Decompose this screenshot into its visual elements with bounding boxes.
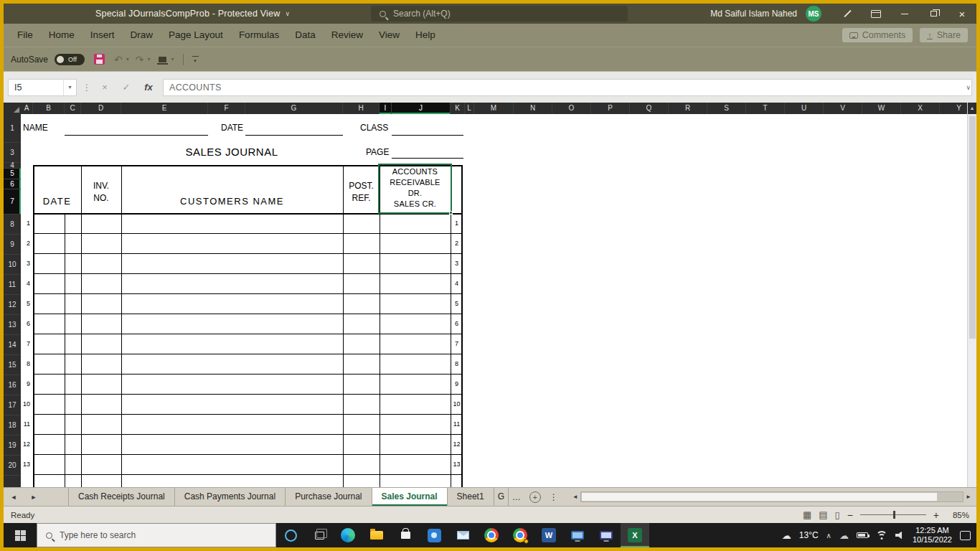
ink-pen-icon[interactable] [833,4,862,24]
ribbon-tab-insert[interactable]: Insert [83,24,123,47]
row-header-11[interactable]: 11 [4,275,21,295]
tab-overflow-indicator[interactable]: … [509,488,524,506]
row-header-17[interactable]: 17 [4,395,21,415]
column-header-X[interactable]: X [901,103,940,114]
row-header-5[interactable]: 5 [4,169,21,179]
column-header-G[interactable]: G [245,103,343,114]
column-header-Q[interactable]: Q [630,103,669,114]
close-button[interactable]: × [948,4,976,24]
enter-button[interactable]: ✓ [118,82,134,93]
comments-button[interactable]: Comments [842,28,913,42]
zoom-level[interactable]: 85% [946,511,969,519]
row-header-7[interactable]: 7 [4,189,21,215]
onedrive-cloud-icon[interactable]: ☁ [839,530,849,541]
insert-function-button[interactable]: fx [140,82,157,93]
row-header-4[interactable]: 4 [4,163,21,169]
row-header-15[interactable]: 15 [4,355,21,375]
row-header-10[interactable]: 10 [4,255,21,275]
column-header-N[interactable]: N [514,103,552,114]
network-icon[interactable] [876,531,887,540]
ribbon-tab-file[interactable]: File [9,24,41,47]
ribbon-tab-formulas[interactable]: Formulas [231,24,287,47]
share-button[interactable]: ↑ Share [920,28,968,42]
tab-more-icon[interactable]: ⋮ [546,488,562,506]
column-header-F[interactable]: F [208,103,245,114]
user-name[interactable]: Md Saiful Islam Nahed [710,9,797,19]
row-header-9[interactable]: 9 [4,235,21,255]
row-header-3[interactable]: 3 [4,143,21,163]
select-all-button[interactable] [4,103,21,114]
app-button-1[interactable] [420,523,448,547]
hidden-icons-chevron-icon[interactable]: ∧ [826,532,831,540]
sheet-tab-sales-journal[interactable]: Sales Journal [372,488,448,506]
file-explorer-button[interactable] [362,523,391,547]
ribbon-tab-view[interactable]: View [371,24,407,47]
column-header-I[interactable]: I [380,103,392,114]
ribbon-tab-page-layout[interactable]: Page Layout [161,24,231,47]
formula-input[interactable]: ACCOUNTS [163,79,972,96]
mail-button[interactable] [448,523,477,547]
row-header-19[interactable]: 19 [4,435,21,456]
task-view-button[interactable] [305,523,334,547]
titlebar-search-box[interactable]: Search (Alt+Q) [371,6,628,22]
column-header-S[interactable]: S [707,103,746,114]
ink-tool-dropdown-icon[interactable]: ▾ [171,56,174,62]
app-button-2[interactable] [563,523,592,547]
hscroll-thumb[interactable] [582,493,937,501]
hscroll-left-icon[interactable]: ◄ [570,494,580,500]
row-header-14[interactable]: 14 [4,335,21,355]
weather-cloud-icon[interactable]: ☁ [782,530,791,541]
column-header-M[interactable]: M [474,103,514,114]
tab-scroll-left-icon[interactable]: ◄ [4,488,24,506]
row-header-16[interactable]: 16 [4,375,21,395]
zoom-slider[interactable] [860,511,926,519]
row-header-1[interactable]: 1 [4,114,21,143]
ribbon-tab-data[interactable]: Data [287,24,324,47]
column-header-T[interactable]: T [746,103,785,114]
column-header-U[interactable]: U [785,103,824,114]
new-sheet-button[interactable]: + [529,491,541,503]
column-header-L[interactable]: L [465,103,474,114]
start-button[interactable] [4,523,37,547]
column-header-V[interactable]: V [824,103,862,114]
save-icon[interactable] [94,54,105,65]
browser-button-2[interactable] [506,523,534,547]
ribbon-tab-draw[interactable]: Draw [123,24,161,47]
name-box-dropdown-icon[interactable]: ▾ [63,80,76,95]
autosave-toggle[interactable]: Off [55,54,85,65]
ribbon-tab-home[interactable]: Home [41,24,83,47]
sheet-tab-g[interactable]: G [494,488,509,506]
weather-temperature[interactable]: 13°C [799,530,819,540]
sheet-tab-cash-receipts-journal[interactable]: Cash Receipts Journal [68,488,175,506]
customize-qat-icon[interactable]: ▾ [192,56,199,63]
vertical-scrollbar-thumb[interactable] [969,116,976,339]
horizontal-scrollbar[interactable]: ◄ ► [570,491,974,503]
row-header-13[interactable]: 13 [4,315,21,335]
zoom-in-button[interactable]: + [933,509,939,521]
grid-canvas[interactable]: NAME DATE CLASS SALES JOURNAL PAGE DATE … [21,114,967,487]
normal-view-icon[interactable]: ▦ [803,509,811,520]
scroll-up-icon[interactable]: ▲ [968,103,976,114]
column-header-J[interactable]: J [392,103,451,114]
minimize-button[interactable] [890,4,919,24]
chrome-button[interactable] [477,523,506,547]
ink-tool-icon[interactable] [159,57,166,62]
sheet-tab-purchase-journal[interactable]: Purchase Journal [286,488,372,506]
column-header-O[interactable]: O [552,103,591,114]
page-layout-view-icon[interactable]: ▤ [819,509,827,520]
title-dropdown-icon[interactable]: ∨ [285,10,290,17]
expand-formula-bar-icon[interactable]: ∨ [966,84,971,91]
column-header-K[interactable]: K [451,103,465,114]
row-header-18[interactable]: 18 [4,415,21,435]
undo-dropdown-icon[interactable]: ▾ [126,56,129,62]
edge-button[interactable] [334,523,362,547]
restore-button[interactable] [919,4,948,24]
row-header-20[interactable]: 20 [4,456,21,476]
column-header-A[interactable]: A [21,103,33,114]
ribbon-display-options-icon[interactable] [862,4,890,24]
zoom-slider-thumb[interactable] [893,511,895,519]
vertical-scrollbar[interactable]: ▲ [967,103,976,487]
sheet-tab-sheet1[interactable]: Sheet1 [448,488,494,506]
zoom-out-button[interactable]: − [847,509,853,521]
app-button-3[interactable] [592,523,621,547]
